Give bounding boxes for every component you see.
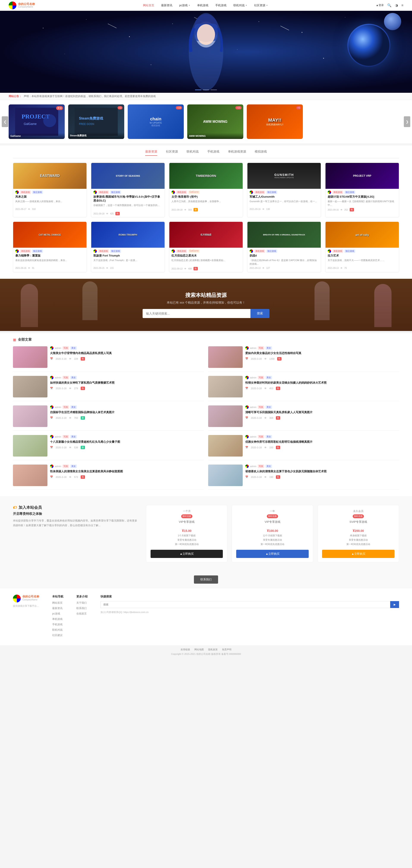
footer-bottom-link-4[interactable]: 免责声明 [222, 648, 231, 651]
game-title-9: 炽战4 [250, 254, 319, 258]
nav-item-home[interactable]: 网站首页 [140, 2, 157, 9]
footer-more-title: 更多介绍 [76, 595, 88, 598]
article-thumb-img-5 [13, 405, 47, 427]
tab-online[interactable]: 联机对战 [187, 150, 199, 156]
logo-icon-9 [250, 249, 253, 253]
article-info-10: admin 写真 美女 谁都喜欢人体的清情美女总算于形色少女肌肤无限随随自体艺术… [245, 465, 399, 479]
footer-link-mobile[interactable]: 手机游戏 [52, 623, 63, 626]
membership-section: 🏷 加入本站会员 开启尊贵特权之体验 本站提供获取分享学习专享，覆盖全游戏来收好… [0, 496, 412, 571]
article-item-2[interactable]: admin 写真 美女 爱妹内衣美女极品好少女生活态性格特自写真 📅 2020-… [208, 346, 399, 372]
game-desc-4: Gunsmith 是一军工业界分之一，你可以自己的一款游戏，在一... [250, 199, 319, 207]
game-meta-7: 2021-09-15 👁 215 [93, 267, 162, 269]
game-badge-2: 热 [116, 212, 120, 215]
plan2-buy-btn[interactable]: ▲立即购买 [236, 550, 309, 558]
article-item-4[interactable]: admin 写真 美女 性情女神喜好时间好的寂美女花钱女拍摄人的妈妈炒的冰火艺术… [208, 376, 399, 401]
carousel-card-2[interactable]: Steam免费游戏 FREE GOSN +3 Steam免费游戏 [68, 104, 124, 139]
footer-link-single[interactable]: 单机游戏 [52, 617, 63, 621]
article-item-7[interactable]: admin 写真 美女 十八至新颖小女生精品背景超粉扎红头马尾心少女量子图 📅 … [13, 435, 204, 460]
article-item-8[interactable]: admin 写真 美女 优雅女神作弄可乐萌而彩虹化彩明它临描线清晰真图片 📅 2… [208, 435, 399, 460]
footer-link-contact[interactable]: 联系我们 [76, 607, 88, 610]
footer-link-community[interactable]: 社区建议 [52, 633, 63, 637]
footer-link-home[interactable]: 网站首页 [52, 601, 63, 605]
footer-link-news[interactable]: 最新资讯 [52, 607, 63, 610]
article-item-6[interactable]: admin 写真 美女 清晰可享可乐田园国际天真私房私家人人写真写真图片 📅 2… [208, 405, 399, 431]
footer-search-btn[interactable]: ▶ [390, 601, 399, 608]
tab-mobile[interactable]: 手机游戏 [207, 150, 219, 156]
theme-toggle-btn[interactable]: ◑ [395, 3, 398, 7]
footer-search-input[interactable] [100, 601, 390, 608]
search-section: 搜索本站精品资源 本站已有 xxx 个精品资源，并将在持续增加，你也可以有！ 搜… [0, 279, 412, 331]
article-item-9[interactable]: admin 写真 美女 性体美丽人的清情美女古装美女总算是欧美风冷静创意图图 📅… [13, 465, 204, 490]
footer-link-about[interactable]: 关于我们 [76, 601, 88, 605]
membership-plans: 一个月 限时优惠 VIP专享游戏 ¥15.00 1个月权限下载权 享受专属优惠活… [146, 505, 399, 562]
game-item-1[interactable]: 单机游戏 独立游戏 风来之国 风来之国——游戏发展人的冒险旅程，来自... 20… [13, 163, 87, 217]
nav-item-online[interactable]: 联机对战▼ [230, 2, 250, 9]
carousel-prev-btn[interactable]: ❮ [2, 116, 8, 127]
plan1-buy-btn[interactable]: ▲立即购买 [151, 550, 223, 558]
nav-item-news[interactable]: 最新资讯 [158, 2, 176, 9]
nav-item-pc[interactable]: pc游戏▼ [176, 2, 193, 9]
game-item-4[interactable]: GUNSMITH HENCHMEN UPDATE 单机游戏 独立游戏 军械工人/… [247, 163, 321, 217]
article-thumb-6 [208, 405, 243, 427]
tag-3b: GalGame [188, 190, 200, 194]
nav-item-community[interactable]: 社区资源▼ [251, 2, 271, 9]
footer-bottom-link-1[interactable]: 友情链接 [181, 648, 190, 651]
article-item-10[interactable]: admin 写真 美女 谁都喜欢人体的清情美女总算于形色少女肌肤无限随随自体艺术… [208, 465, 399, 490]
tag-8a: 单机游戏 [176, 249, 187, 253]
plan3-buy-btn[interactable]: ▲立即购买 [322, 550, 394, 558]
login-button[interactable]: ▲登录 [376, 3, 384, 7]
carousel-next-btn[interactable]: ❯ [404, 116, 410, 127]
footer-link-pc[interactable]: pc游戏 [52, 612, 63, 616]
search-input[interactable] [142, 309, 250, 318]
footer-bottom-link-3[interactable]: 隐私政策 [208, 648, 218, 651]
tag-7a: 单机游戏 [98, 249, 109, 253]
chain-subtitle: W UPDATE [150, 121, 162, 124]
search-subtitle: 本站已有 xxx 个精品资源，并将在持续增加，你也可以有！ [0, 301, 412, 305]
game-item-2[interactable]: STORY OF SEASONS 单机游戏 独立游戏 故事游戏:围困城市与大地-… [91, 163, 165, 217]
game-title-10: 拉力艺术 [328, 254, 397, 258]
game-item-6[interactable]: CAT METAL DAMAGE 单机游戏 独立游戏 暴力细降季：重置版 喜欢这… [13, 222, 87, 272]
article-thumb-img-2 [208, 346, 243, 368]
game-tags-8: 单机游戏 GalGame [171, 249, 241, 253]
tag-6a: 单机游戏 [20, 249, 31, 253]
tab-simulation[interactable]: 模拟游戏 [255, 150, 267, 156]
contact-btn[interactable]: 联系我们 [194, 576, 218, 584]
footer-brand-desc: 提供游戏分享下载平台... [13, 604, 39, 608]
hero-character [171, 13, 241, 93]
carousel-card-1[interactable]: PROJECT GalGame 置顶 GalGame [9, 104, 65, 139]
menu-icon-btn[interactable]: ≡ [402, 3, 403, 7]
game-date-6: 2021-09-16 [15, 267, 26, 269]
tag-2a: 单机游戏 [98, 190, 109, 194]
carousel-card-5[interactable]: MAY!! 街机风格MAYL!! +5 [247, 104, 303, 139]
search-icon-btn[interactable]: 🔍 [387, 3, 391, 7]
article-item-1[interactable]: admin 写真 美女 火辣美女牛仔背带情内衣精品高品质私房照人写真 📅 202… [13, 346, 204, 372]
nav-item-single[interactable]: 单机游戏 [194, 2, 212, 9]
tab-single[interactable]: 单机游戏资源 [228, 150, 246, 156]
article-meta-8: admin 写真 美女 [245, 435, 399, 438]
game-title-7: 凯旋堡 Fort Triumph [93, 254, 162, 258]
game-info-7: 单机游戏 独立游戏 凯旋堡 Fort Triumph 关于这款游戏（Fort T… [91, 248, 165, 271]
game-item-3[interactable]: TIMBERBORN 单机游戏 GalGame 太空-海里都市-(初中) 人类不… [169, 163, 243, 217]
tab-latest[interactable]: 最新资源 [145, 150, 157, 156]
game-item-5[interactable]: PROJECT VRP 单机游戏 独立游戏 超级计划 STEAM官方中文素版[4… [325, 163, 399, 217]
logo-icon-a1 [50, 346, 54, 350]
footer-bottom-link-2[interactable]: 网站地图 [194, 648, 204, 651]
article-thumb-10 [208, 465, 243, 486]
footer-link-online[interactable]: 联机对战 [52, 628, 63, 632]
game-item-9[interactable]: BREATH OF FIRE 4 ORIGINAL SOUNDTRACK 单机游… [247, 222, 321, 272]
article-item-5[interactable]: admin 写真 美女 仿国标字生活艺术精彩国际品牌独诣人体艺术真图片 📅 20… [13, 405, 204, 431]
footer-col-search: 快捷搜索 ▶ 加入1号群请联系QQ: https://jbobooco.com.… [100, 595, 399, 639]
carousel-card-3[interactable]: chain W UPDATE 模拟游戏 +19 [128, 104, 184, 139]
tab-community[interactable]: 社区资源 [166, 150, 178, 156]
search-submit-btn[interactable]: 搜索 [250, 309, 270, 318]
article-item-3[interactable]: admin 写真 美女 如何快速的美女女神吃下家私照白气质撩整摄艺术照 📅 20… [13, 376, 204, 401]
game-item-8[interactable]: 红月拟似恋 单机游戏 GalGame 红月拟似恋之星光木 红月拟似恋之星 (灵清… [169, 222, 243, 272]
carousel-card-4[interactable]: AWM MOWING +15 AWM MOWING [187, 104, 243, 139]
game-item-7[interactable]: ROMA TRIUMPH 单机游戏 独立游戏 凯旋堡 Fort Triumph … [91, 222, 165, 272]
carousel-overlay-2: Steam免费游戏 [68, 132, 124, 139]
logo[interactable]: 你的公司名称 CompanyName [9, 1, 35, 9]
footer-link-message[interactable]: 在线留言 [76, 612, 88, 616]
game-item-10[interactable]: 单机游戏 独立游戏 拉力艺术 关于这款游戏，流程不大——一些图集精灵的艺术…… … [325, 222, 399, 272]
nav-item-mobile[interactable]: 手机游戏 [212, 2, 229, 9]
logo-icon-4 [250, 190, 253, 194]
